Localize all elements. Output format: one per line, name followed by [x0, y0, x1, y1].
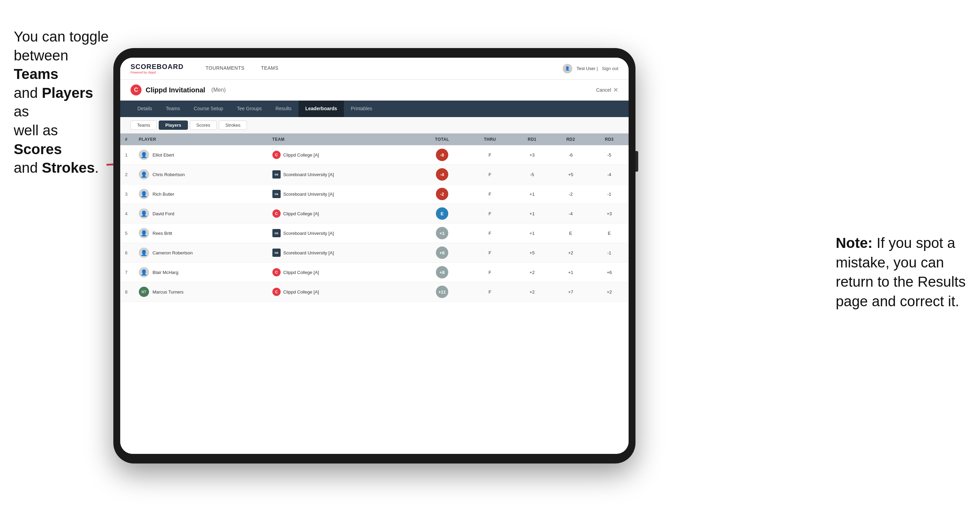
tab-tee-groups[interactable]: Tee Groups [230, 101, 269, 117]
thru-cell: F [467, 184, 513, 204]
player-name: Cameron Robertson [153, 250, 193, 256]
rd2-cell: -6 [551, 145, 590, 165]
total-cell: +6 [417, 243, 467, 263]
clippd-logo: C [130, 84, 142, 95]
leaderboard-table: # PLAYER TEAM TOTAL THRU RD1 RD2 RD3 1 👤… [120, 133, 628, 302]
player-name: Chris Robertson [153, 172, 185, 177]
rd1-cell: +5 [513, 243, 551, 263]
team-cell: C Clippd College [A] [267, 145, 417, 165]
team-info: C Clippd College [A] [272, 210, 412, 217]
player-avatar: 👤 [139, 267, 149, 278]
toggle-scores-button[interactable]: Scores [190, 121, 217, 130]
nav-link-teams[interactable]: TEAMS [253, 58, 287, 79]
player-name: Elliot Ebert [153, 152, 174, 157]
thru-cell: F [467, 263, 513, 282]
score-badge: +6 [436, 246, 448, 259]
total-cell: +11 [417, 282, 467, 302]
total-cell: E [417, 204, 467, 224]
logo-sub: Powered by clippd [130, 71, 183, 74]
rd2-cell: +2 [551, 243, 590, 263]
player-info: 👤 Rich Butler [139, 189, 263, 199]
toggle-players-button[interactable]: Players [159, 121, 188, 130]
team-name: Scoreboard University [A] [283, 231, 334, 236]
tab-leaderboards[interactable]: Leaderboards [299, 101, 344, 117]
rd3-cell: -1 [590, 243, 628, 263]
rd1-cell: +1 [513, 224, 551, 243]
sign-out-link[interactable]: Sign out [602, 66, 618, 71]
team-cell: SB Scoreboard University [A] [267, 165, 417, 184]
player-name: David Ford [153, 211, 175, 216]
toggle-bar: Teams Players Scores Strokes [120, 117, 628, 133]
nav-link-tournaments[interactable]: TOURNAMENTS [197, 58, 253, 79]
sb-team-logo: SB [272, 170, 281, 179]
team-cell: C Clippd College [A] [267, 204, 417, 224]
rd3-cell: E [590, 224, 628, 243]
tab-teams[interactable]: Teams [159, 101, 187, 117]
score-badge: -2 [436, 188, 448, 200]
rank-cell: 1 [120, 145, 134, 165]
strokes-bold: Strokes [42, 160, 95, 176]
scores-bold: Scores [14, 141, 62, 157]
player-avatar-icon: 👤 [140, 171, 147, 178]
player-info: 👤 Blair McHarg [139, 267, 263, 278]
rd2-cell: +5 [551, 165, 590, 184]
player-avatar-icon: 👤 [140, 269, 147, 276]
players-bold: Players [42, 85, 93, 101]
team-info: C Clippd College [A] [272, 151, 412, 159]
player-avatar: MT [139, 287, 149, 297]
device: SCOREBOARD Powered by clippd TOURNAMENTS… [113, 48, 635, 464]
player-avatar-icon: 👤 [140, 191, 147, 197]
player-info: 👤 Chris Robertson [139, 169, 263, 179]
tab-printables[interactable]: Printables [344, 101, 379, 117]
player-info: MT Marcus Turners [139, 287, 263, 297]
tab-course-setup[interactable]: Course Setup [187, 101, 230, 117]
tournament-name: Clippd Invitational [146, 86, 205, 94]
table-row: 4 👤 David Ford C Clippd College [A] EF+1… [120, 204, 628, 224]
rank-number: 7 [125, 270, 127, 275]
nav-right: 👤 Test User | Sign out [563, 64, 618, 73]
total-cell: -8 [417, 145, 467, 165]
rd1-cell: +1 [513, 184, 551, 204]
tab-details[interactable]: Details [130, 101, 159, 117]
device-screen: SCOREBOARD Powered by clippd TOURNAMENTS… [120, 58, 628, 454]
rank-number: 4 [125, 211, 127, 216]
nav-bar: SCOREBOARD Powered by clippd TOURNAMENTS… [120, 58, 628, 79]
sb-team-logo: SB [272, 190, 281, 198]
sb-team-logo: SB [272, 229, 281, 237]
rd2-cell: +7 [551, 282, 590, 302]
rank-cell: 2 [120, 165, 134, 184]
col-player: PLAYER [134, 133, 267, 145]
total-cell: -4 [417, 165, 467, 184]
player-cell: 👤 David Ford [134, 204, 267, 224]
tournament-title: C Clippd Invitational (Men) [130, 84, 226, 95]
user-avatar: 👤 [563, 64, 572, 73]
player-avatar: 👤 [139, 169, 149, 179]
team-name: Clippd College [A] [283, 211, 319, 216]
score-badge: +8 [436, 266, 448, 278]
player-cell: 👤 Rees Britt [134, 224, 267, 243]
clippd-team-logo: C [272, 210, 281, 217]
team-cell: SB Scoreboard University [A] [267, 184, 417, 204]
player-avatar-icon: 👤 [140, 230, 147, 237]
player-avatar: 👤 [139, 189, 149, 199]
player-avatar-icon: 👤 [140, 210, 147, 217]
tournament-subtitle: (Men) [211, 87, 226, 93]
player-avatar: 👤 [139, 150, 149, 160]
rd1-cell: -5 [513, 165, 551, 184]
tab-results[interactable]: Results [269, 101, 299, 117]
toggle-strokes-button[interactable]: Strokes [219, 121, 247, 130]
thru-cell: F [467, 165, 513, 184]
rd1-cell: +2 [513, 263, 551, 282]
player-name: Rees Britt [153, 231, 172, 236]
player-avatar: 👤 [139, 208, 149, 219]
player-info: 👤 Elliot Ebert [139, 150, 263, 160]
rd2-cell: E [551, 224, 590, 243]
cancel-button[interactable]: Cancel ✕ [596, 86, 618, 94]
toggle-teams-button[interactable]: Teams [130, 121, 157, 130]
col-rd2: RD2 [551, 133, 590, 145]
rank-cell: 8 [120, 282, 134, 302]
tournament-header: C Clippd Invitational (Men) Cancel ✕ [120, 79, 628, 101]
player-name: Blair McHarg [153, 270, 178, 275]
rd1-cell: +3 [513, 145, 551, 165]
leaderboard-table-container: # PLAYER TEAM TOTAL THRU RD1 RD2 RD3 1 👤… [120, 133, 628, 454]
